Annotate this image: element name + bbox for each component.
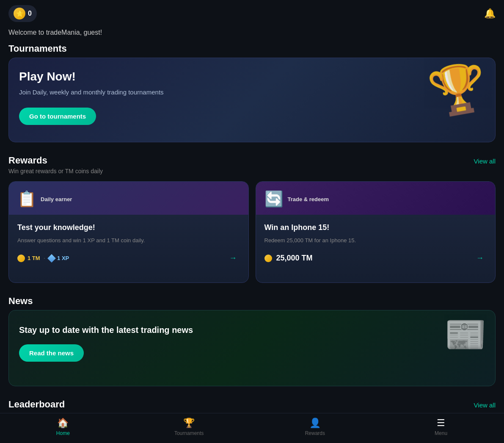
daily-earner-heading: Test your knowledge! <box>17 223 240 232</box>
go-to-tournaments-button[interactable]: Go to tournaments <box>19 108 96 125</box>
tournaments-banner-content: Play Now! Join Daily, weekly and monthly… <box>19 70 275 125</box>
leaderboard-section-title: Leaderboard <box>8 399 65 410</box>
coin-icon: ⭐ <box>14 8 25 19</box>
news-illustration: 📰 <box>444 315 487 354</box>
rewards-header: Rewards View all <box>0 155 504 168</box>
daily-earner-pills: 1 TM · 1 XP <box>17 255 69 262</box>
trade-redeem-heading: Win an Iphone 15! <box>264 223 487 232</box>
news-banner: Stay up to date with the latest trading … <box>8 310 496 386</box>
leaderboard-view-all-link[interactable]: View all <box>474 401 496 409</box>
nav-rewards-label: Rewards <box>305 430 325 436</box>
nav-menu[interactable]: ☰ Menu <box>378 418 504 436</box>
daily-earner-icon: 📋 <box>17 190 36 208</box>
trade-coin-icon <box>264 255 272 262</box>
tournaments-description: Join Daily, weekly and monthly trading t… <box>19 88 275 97</box>
daily-earner-card[interactable]: 📋 Daily earner Test your knowledge! Answ… <box>8 181 249 283</box>
rewards-subtitle: Win great rewards or TM coins daily <box>0 168 504 181</box>
pill-dot: · <box>44 255 45 262</box>
trade-redeem-card[interactable]: 🔄 Trade & redeem Win an Iphone 15! Redee… <box>256 181 496 283</box>
trade-redeem-card-header: 🔄 Trade & redeem <box>256 182 496 215</box>
nav-home-label: Home <box>56 430 70 436</box>
read-the-news-button[interactable]: Read the news <box>19 344 84 362</box>
header: ⭐ 0 🔔 <box>0 0 504 27</box>
coin-count: 0 <box>28 10 32 17</box>
leaderboard-header: Leaderboard View all <box>8 399 496 410</box>
bottom-nav: 🏠 Home 🏆 Tournaments 👤 Rewards ☰ Menu <box>0 413 504 443</box>
xp-reward-pill: 1 XP <box>49 255 69 261</box>
daily-earner-footer: 1 TM · 1 XP → <box>17 252 240 265</box>
daily-earner-card-body: Test your knowledge! Answer questions an… <box>9 215 248 274</box>
trade-redeem-card-body: Win an Iphone 15! Redeem 25,000 TM for a… <box>256 215 496 274</box>
tournaments-heading: Play Now! <box>19 70 275 83</box>
tournaments-nav-icon: 🏆 <box>183 418 195 429</box>
leaderboard-teaser: Leaderboard View all <box>0 399 504 415</box>
nav-home[interactable]: 🏠 Home <box>0 418 126 436</box>
trade-redeem-icon: 🔄 <box>264 190 284 208</box>
rewards-cards: 📋 Daily earner Test your knowledge! Answ… <box>0 181 504 296</box>
trade-redeem-arrow[interactable]: → <box>473 252 487 265</box>
daily-earner-description: Answer questions and win 1 XP and 1 TM c… <box>17 236 240 245</box>
nav-tournaments[interactable]: 🏆 Tournaments <box>126 418 252 436</box>
view-all-link[interactable]: View all <box>474 158 496 165</box>
trophy-illustration: 🏆 <box>424 58 491 122</box>
xp-diamond-icon <box>47 254 56 263</box>
rewards-section-title: Rewards <box>8 155 47 166</box>
tm-coin-icon <box>17 255 25 262</box>
nav-rewards[interactable]: 👤 Rewards <box>252 418 378 436</box>
tournaments-banner: Play Now! Join Daily, weekly and monthly… <box>8 58 496 142</box>
news-section-title: News <box>0 296 504 310</box>
daily-earner-arrow[interactable]: → <box>226 252 240 265</box>
tournaments-section-title: Tournaments <box>0 43 504 58</box>
tm-reward-pill: 1 TM <box>17 255 40 262</box>
trade-redeem-tag: Trade & redeem <box>288 196 329 202</box>
coin-badge[interactable]: ⭐ 0 <box>8 5 37 22</box>
news-section: Stay up to date with the latest trading … <box>0 310 504 399</box>
trade-amount: 25,000 TM <box>264 254 313 263</box>
news-banner-content: Stay up to date with the latest trading … <box>19 324 275 362</box>
menu-nav-icon: ☰ <box>437 418 445 429</box>
news-heading: Stay up to date with the latest trading … <box>19 324 275 336</box>
welcome-text: Welcome to tradeMania, guest! <box>0 27 504 43</box>
nav-menu-label: Menu <box>435 430 447 436</box>
daily-earner-tag: Daily earner <box>41 196 72 202</box>
daily-earner-card-header: 📋 Daily earner <box>9 182 248 215</box>
trade-redeem-description: Redeem 25,000 TM for an Iphone 15. <box>264 236 487 245</box>
bell-icon[interactable]: 🔔 <box>484 8 496 19</box>
trade-redeem-footer: 25,000 TM → <box>264 252 487 265</box>
home-icon: 🏠 <box>57 418 69 429</box>
nav-tournaments-label: Tournaments <box>174 430 204 436</box>
rewards-nav-icon: 👤 <box>309 418 321 429</box>
